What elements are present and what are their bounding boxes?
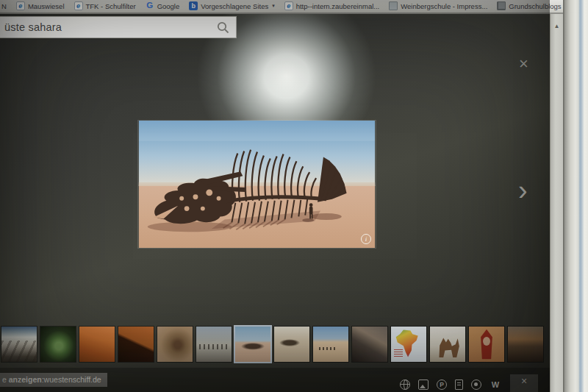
status-rest: :wuestenschiff.de: [42, 375, 101, 384]
thumbnail-desert-structure[interactable]: [274, 327, 309, 362]
bookmark-grundschulblogs[interactable]: Grundschulblogs: [497, 1, 561, 10]
blog-icon: [497, 1, 506, 10]
bookmark-overflow-fragment[interactable]: N: [1, 2, 7, 10]
bookmarks-bar: N eMauswieseleTFK - SchulfilterGGooglebV…: [0, 0, 563, 14]
image-icon[interactable]: [418, 379, 429, 390]
monitor-bezel: [563, 0, 588, 392]
thumbnail-africa-map[interactable]: [391, 327, 426, 362]
bookmark-label: TFK - Schulfilter: [86, 2, 136, 10]
footer-close-panel[interactable]: ×: [510, 374, 538, 392]
status-url-tooltip: e anzeigen:wuestenschiff.de: [0, 373, 107, 387]
bookmark-label: Weinbergschule - Impress...: [401, 2, 487, 10]
status-bold: anzeigen: [9, 375, 42, 384]
footer-close-icon: ×: [521, 374, 527, 388]
close-icon[interactable]: ×: [519, 56, 528, 72]
scroll-up-arrow-icon[interactable]: ▲: [551, 23, 563, 29]
thumbnail-dark-desert-landscape[interactable]: [508, 327, 543, 362]
bookmark-label: Vorgeschlagene Sites: [201, 2, 268, 10]
bookmark-http-intern-zaubereinmal[interactable]: ehttp--intern.zaubereinmal...: [284, 1, 380, 10]
thumbnail-person-red-headscarf[interactable]: [469, 327, 504, 362]
bookmark-label: Google: [157, 2, 180, 10]
circle-p-icon[interactable]: P: [437, 379, 447, 390]
bookmark-label: Grundschulblogs: [509, 2, 561, 10]
ie-page-icon: e: [74, 1, 83, 10]
thumbnail-camels-in-dunes[interactable]: [313, 327, 348, 362]
search-box[interactable]: üste sahara: [0, 16, 237, 38]
ie-page-icon: e: [284, 1, 293, 10]
footer-icons: P W: [400, 379, 501, 390]
main-image-fish-skeleton-desert[interactable]: i: [137, 120, 376, 249]
bookmark-items: eMauswieseleTFK - SchulfilterGGooglebVor…: [16, 1, 562, 10]
monitor-photo: N eMauswieseleTFK - SchulfilterGGooglebV…: [0, 0, 588, 392]
dropdown-arrow-icon: ▾: [272, 3, 275, 9]
bookmark-google[interactable]: GGoogle: [146, 1, 180, 10]
bookmark-vorgeschlagene-sites[interactable]: bVorgeschlagene Sites▾: [189, 1, 274, 10]
google-icon: G: [146, 1, 154, 10]
status-lead: e: [2, 375, 9, 384]
bookmark-label: http--intern.zaubereinmal...: [296, 2, 380, 10]
bookmark-weinbergschule-impress[interactable]: Weinbergschule - Impress...: [389, 1, 487, 10]
search-icon[interactable]: [209, 17, 236, 38]
bookmark-mauswiesel[interactable]: eMauswiesel: [16, 1, 65, 10]
thumbnail-green-desert-plant[interactable]: [40, 327, 76, 362]
thumbnail-fish-skeleton-sculpture[interactable]: [235, 327, 270, 362]
bookmark-tfk-schulfilter[interactable]: eTFK - Schulfilter: [74, 1, 136, 10]
info-icon[interactable]: i: [361, 234, 371, 244]
ie-page-icon: e: [16, 1, 25, 10]
bottom-bar: e anzeigen:wuestenschiff.de P W ×: [0, 368, 550, 392]
magnifier-glyph: [217, 21, 229, 34]
circle-dot-icon[interactable]: [471, 379, 481, 390]
thumbnail-strip: [1, 327, 543, 362]
thumbnail-dust-storm[interactable]: [352, 327, 387, 362]
thumbnail-white-dunes-blue-sky[interactable]: [1, 327, 37, 362]
thumbnail-bactrian-camel[interactable]: [430, 327, 465, 362]
thumbnail-camel-caravan[interactable]: [196, 327, 232, 362]
thumbnail-sand-rock-figure[interactable]: [157, 327, 193, 362]
generic-page-icon: [389, 1, 398, 10]
next-image-arrow-icon[interactable]: ›: [518, 179, 528, 202]
search-input[interactable]: üste sahara: [0, 21, 209, 33]
bookmark-label: Mauswiesel: [28, 2, 65, 10]
suggested-sites-icon: b: [189, 1, 198, 10]
document-icon[interactable]: [455, 379, 463, 390]
globe-icon[interactable]: [400, 379, 410, 390]
thumbnail-dark-dune-ridge[interactable]: [118, 327, 154, 362]
fish-skeleton-photo: [138, 121, 376, 248]
browser-scrollbar[interactable]: ▲: [550, 14, 563, 392]
thumbnail-orange-sand-dunes[interactable]: [79, 327, 115, 362]
image-lightbox-overlay: üste sahara × ›: [0, 0, 550, 392]
w-icon[interactable]: W: [490, 379, 501, 390]
